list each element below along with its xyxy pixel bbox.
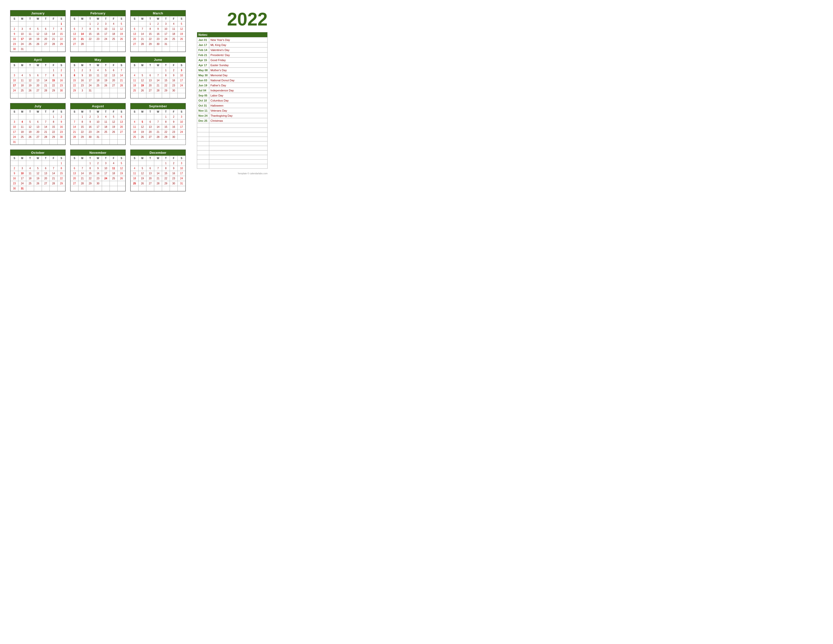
notes-empty-cell (209, 142, 267, 146)
calendar-day-cell: 30 (154, 42, 162, 47)
calendar-day-cell: 8 (58, 166, 65, 171)
calendar-day-cell: 9 (58, 119, 65, 124)
day-header-W-3: W (154, 109, 162, 114)
calendar-week-row: 15161718192021 (71, 78, 125, 83)
calendar-day-cell: 18 (18, 130, 26, 135)
day-header-M-1: M (79, 63, 86, 68)
calendar-day-cell: 2 (86, 114, 94, 119)
calendar-day-cell: 23 (170, 83, 178, 88)
notes-empty-row (197, 164, 268, 169)
calendar-day-cell (102, 140, 110, 145)
calendar-day-cell: 1 (58, 21, 65, 27)
month-january: JanuarySMTWTFS12345678910111213141516171… (10, 10, 66, 52)
day-header-F-5: F (50, 109, 58, 114)
calendar-day-cell (79, 47, 86, 52)
calendar-day-cell: 9 (86, 119, 94, 124)
calendar-day-cell: 3 (178, 68, 185, 73)
calendar-day-cell: 23 (170, 130, 178, 135)
calendar-week-row: 891011121314 (71, 73, 125, 78)
calendar-day-cell: 15 (50, 124, 58, 130)
notes-empty-cell (209, 132, 267, 137)
day-header-W-3: W (34, 156, 42, 161)
calendar-day-cell (162, 93, 170, 98)
calendar-day-cell: 8 (50, 119, 58, 124)
calendar-day-cell: 9 (11, 171, 18, 176)
notes-empty-cell (197, 142, 209, 146)
calendar-day-cell: 28 (154, 88, 162, 93)
calendar-day-cell: 30 (58, 135, 65, 140)
calendar-day-cell: 22 (162, 176, 170, 181)
calendar-day-cell: 21 (138, 37, 146, 42)
calendar-day-cell: 3 (178, 114, 185, 119)
calendar-day-cell: 5 (110, 114, 117, 119)
calendar-day-cell: 13 (71, 32, 79, 37)
calendar-day-cell (110, 140, 117, 145)
calendar-day-cell (110, 93, 117, 98)
calendar-day-cell (138, 161, 146, 166)
calendar-day-cell: 19 (138, 176, 146, 181)
calendar-day-cell: 22 (162, 83, 170, 88)
cal-table-august: SMTWTFS123456789101112131415161718192021… (71, 109, 125, 145)
notes-event: Mother's Day (209, 68, 267, 73)
calendar-day-cell (58, 47, 65, 52)
calendar-day-cell (79, 93, 86, 98)
calendar-day-cell: 24 (18, 42, 26, 47)
cal-table-march: SMTWTFS123456789101112131415161718192021… (130, 16, 185, 52)
calendar-day-cell: 6 (42, 27, 50, 32)
calendar-day-cell: 11 (102, 119, 110, 124)
calendar-day-cell: 17 (178, 78, 185, 83)
notes-empty-cell (197, 128, 209, 132)
calendar-week-row: 123 (131, 114, 185, 119)
day-header-F-5: F (110, 156, 117, 161)
calendar-day-cell (94, 88, 102, 93)
calendar-day-cell: 1 (162, 114, 170, 119)
calendar-day-cell: 2 (170, 161, 178, 166)
calendar-day-cell: 13 (131, 32, 138, 37)
calendar-day-cell: 28 (42, 135, 50, 140)
calendar-day-cell: 1 (162, 161, 170, 166)
notes-event: Columbus Day (209, 98, 267, 103)
calendar-day-cell: 25 (170, 37, 178, 42)
calendar-day-cell: 17 (162, 32, 170, 37)
notes-date: Feb 14 (197, 47, 209, 53)
calendar-day-cell: 4 (102, 114, 110, 119)
notes-date: Feb 21 (197, 53, 209, 58)
day-header-S-0: S (131, 16, 138, 21)
notes-empty-cell (209, 155, 267, 159)
calendar-day-cell: 11 (110, 166, 117, 171)
calendar-day-cell: 7 (50, 166, 58, 171)
calendar-day-cell: 29 (50, 88, 58, 93)
calendar-day-cell: 27 (71, 181, 79, 186)
notes-event: Independence Day (209, 88, 267, 93)
notes-date: Oct 10 (197, 98, 209, 103)
calendar-day-cell: 15 (79, 124, 86, 130)
calendar-day-cell (79, 161, 86, 166)
notes-row: Sep 05Labor Day (197, 93, 268, 98)
calendar-day-cell: 14 (138, 32, 146, 37)
day-header-F-5: F (170, 63, 178, 68)
calendar-day-cell: 16 (11, 37, 18, 42)
calendar-week-row: 2728293031 (131, 42, 185, 47)
calendar-day-cell (94, 140, 102, 145)
calendar-day-cell: 24 (102, 37, 110, 42)
calendar-day-cell: 11 (26, 171, 34, 176)
calendar-day-cell (11, 68, 18, 73)
calendar-day-cell (42, 93, 50, 98)
calendar-day-cell (131, 47, 138, 52)
calendar-day-cell: 23 (154, 37, 162, 42)
notes-row: Nov 24Thanksgiving Day (197, 113, 268, 118)
calendar-day-cell: 31 (18, 186, 26, 191)
calendar-day-cell (117, 186, 125, 191)
month-december: DecemberSMTWTFS1234567891011121314151617… (130, 150, 186, 192)
calendar-day-cell: 4 (18, 73, 26, 78)
day-header-S-0: S (131, 156, 138, 161)
calendar-day-cell: 20 (110, 78, 117, 83)
calendar-day-cell: 12 (117, 166, 125, 171)
calendar-day-cell: 18 (131, 83, 138, 88)
calendar-day-cell (178, 93, 185, 98)
calendar-day-cell: 27 (146, 88, 154, 93)
calendar-day-cell: 12 (138, 171, 146, 176)
calendar-day-cell (94, 42, 102, 47)
notes-empty-row (197, 146, 268, 151)
day-header-S-0: S (71, 109, 79, 114)
